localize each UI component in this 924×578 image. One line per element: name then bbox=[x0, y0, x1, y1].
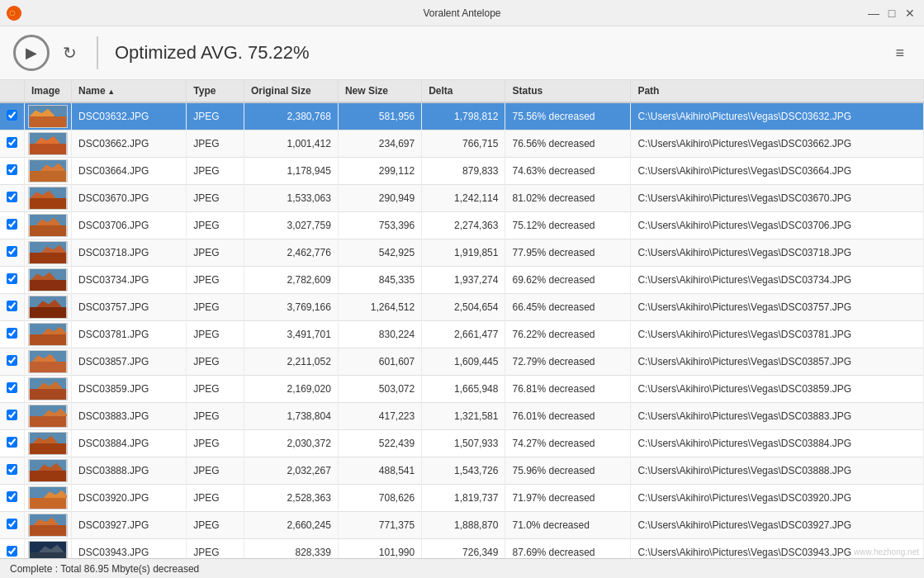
row-checkbox[interactable] bbox=[7, 110, 17, 121]
row-new-size: 753,396 bbox=[338, 212, 421, 239]
row-checkbox[interactable] bbox=[7, 246, 17, 257]
header-path[interactable]: Path bbox=[631, 80, 924, 102]
table-row[interactable]: DSC03706.JPGJPEG3,027,759753,3962,274,36… bbox=[0, 212, 924, 239]
row-filename: DSC03718.JPG bbox=[72, 239, 187, 267]
close-button[interactable]: ✕ bbox=[903, 6, 917, 21]
row-delta: 1,937,274 bbox=[422, 267, 505, 294]
row-checkbox[interactable] bbox=[7, 355, 17, 366]
row-checkbox-cell[interactable] bbox=[0, 321, 25, 348]
row-checkbox-cell[interactable] bbox=[0, 539, 25, 559]
row-checkbox-cell[interactable] bbox=[0, 485, 25, 512]
row-checkbox-cell[interactable] bbox=[0, 430, 25, 457]
row-checkbox[interactable] bbox=[7, 410, 17, 420]
row-checkbox[interactable] bbox=[7, 137, 17, 148]
table-row[interactable]: DSC03927.JPGJPEG2,660,245771,3751,888,87… bbox=[0, 512, 924, 539]
table-row[interactable]: DSC03718.JPGJPEG2,462,776542,9251,919,85… bbox=[0, 239, 924, 267]
thumbnail-image bbox=[28, 323, 68, 346]
table-row[interactable]: DSC03670.JPGJPEG1,533,063290,9491,242,11… bbox=[0, 185, 924, 212]
row-filename: DSC03943.JPG bbox=[72, 539, 187, 559]
row-checkbox-cell[interactable] bbox=[0, 457, 25, 485]
svg-rect-12 bbox=[30, 198, 67, 209]
row-original-size: 3,769,166 bbox=[244, 294, 338, 321]
table-row[interactable]: DSC03857.JPGJPEG2,211,052601,6071,609,44… bbox=[0, 348, 924, 376]
row-new-size: 522,439 bbox=[338, 430, 421, 457]
thumbnail-image bbox=[28, 241, 68, 264]
header-original-size[interactable]: Original Size bbox=[244, 80, 338, 102]
row-checkbox-cell[interactable] bbox=[0, 212, 25, 239]
row-type: JPEG bbox=[187, 376, 244, 403]
row-checkbox-cell[interactable] bbox=[0, 239, 25, 267]
table-row[interactable]: DSC03920.JPGJPEG2,528,363708,6261,819,73… bbox=[0, 485, 924, 512]
header-type[interactable]: Type bbox=[187, 80, 244, 102]
row-filename: DSC03927.JPG bbox=[72, 512, 187, 539]
refresh-button[interactable]: ↻ bbox=[59, 40, 80, 66]
table-row[interactable]: DSC03664.JPGJPEG1,178,945299,112879,8337… bbox=[0, 158, 924, 185]
table-row[interactable]: DSC03632.JPGJPEG2,380,768581,9561,798,81… bbox=[0, 102, 924, 130]
row-delta: 1,507,933 bbox=[422, 430, 505, 457]
table-container: Image Name Type Original Size New Size D… bbox=[0, 80, 924, 558]
row-checkbox[interactable] bbox=[7, 546, 17, 557]
row-type: JPEG bbox=[187, 348, 244, 376]
table-row[interactable]: DSC03888.JPGJPEG2,032,267488,5411,543,72… bbox=[0, 457, 924, 485]
row-checkbox-cell[interactable] bbox=[0, 348, 25, 376]
row-checkbox-cell[interactable] bbox=[0, 376, 25, 403]
row-checkbox[interactable] bbox=[7, 519, 17, 529]
row-checkbox-cell[interactable] bbox=[0, 294, 25, 321]
table-row[interactable]: DSC03884.JPGJPEG2,030,372522,4391,507,93… bbox=[0, 430, 924, 457]
play-button[interactable]: ▶ bbox=[13, 35, 50, 71]
row-checkbox-cell[interactable] bbox=[0, 130, 25, 158]
row-original-size: 2,030,372 bbox=[244, 430, 338, 457]
row-checkbox-cell[interactable] bbox=[0, 185, 25, 212]
row-checkbox[interactable] bbox=[7, 219, 17, 230]
row-original-size: 2,032,267 bbox=[244, 457, 338, 485]
table-row[interactable]: DSC03781.JPGJPEG3,491,701830,2242,661,47… bbox=[0, 321, 924, 348]
svg-rect-39 bbox=[30, 443, 67, 454]
table-row[interactable]: DSC03883.JPGJPEG1,738,804417,2231,321,58… bbox=[0, 403, 924, 430]
thumbnail-image bbox=[28, 486, 68, 509]
row-new-size: 290,949 bbox=[338, 185, 421, 212]
maximize-button[interactable]: □ bbox=[884, 6, 899, 21]
table-row[interactable]: DSC03943.JPGJPEG828,339101,990726,34987.… bbox=[0, 539, 924, 559]
row-filename: DSC03859.JPG bbox=[72, 376, 187, 403]
row-original-size: 2,660,245 bbox=[244, 512, 338, 539]
row-checkbox[interactable] bbox=[7, 192, 17, 202]
table-row[interactable]: DSC03734.JPGJPEG2,782,609845,3351,937,27… bbox=[0, 267, 924, 294]
row-checkbox[interactable] bbox=[7, 301, 17, 311]
table-row[interactable]: DSC03859.JPGJPEG2,169,020503,0721,665,94… bbox=[0, 376, 924, 403]
row-checkbox[interactable] bbox=[7, 382, 17, 393]
row-thumbnail-cell bbox=[25, 185, 72, 212]
app-logo bbox=[7, 6, 21, 21]
row-delta: 2,504,654 bbox=[422, 294, 505, 321]
header-delta[interactable]: Delta bbox=[422, 80, 505, 102]
row-checkbox[interactable] bbox=[7, 437, 17, 448]
row-checkbox[interactable] bbox=[7, 491, 17, 502]
window-title: Voralent Antelope bbox=[423, 7, 500, 19]
row-status: 76.56% decreased bbox=[505, 130, 631, 158]
header-new-size[interactable]: New Size bbox=[338, 80, 421, 102]
header-status[interactable]: Status bbox=[505, 80, 631, 102]
row-original-size: 2,169,020 bbox=[244, 376, 338, 403]
row-checkbox[interactable] bbox=[7, 464, 17, 475]
row-checkbox-cell[interactable] bbox=[0, 512, 25, 539]
row-thumbnail-cell bbox=[25, 102, 72, 130]
row-new-size: 771,375 bbox=[338, 512, 421, 539]
row-new-size: 1,264,512 bbox=[338, 294, 421, 321]
row-delta: 1,798,812 bbox=[422, 102, 505, 130]
row-filename: DSC03857.JPG bbox=[72, 348, 187, 376]
row-checkbox[interactable] bbox=[7, 273, 17, 284]
row-path: C:\Users\Akihiro\Pictures\Vegas\DSC03943… bbox=[631, 539, 924, 559]
table-row[interactable]: DSC03662.JPGJPEG1,001,412234,697766,7157… bbox=[0, 130, 924, 158]
row-checkbox-cell[interactable] bbox=[0, 102, 25, 130]
thumbnail-image bbox=[28, 187, 68, 210]
row-checkbox-cell[interactable] bbox=[0, 158, 25, 185]
row-checkbox[interactable] bbox=[7, 328, 17, 339]
row-checkbox[interactable] bbox=[7, 164, 17, 175]
row-checkbox-cell[interactable] bbox=[0, 403, 25, 430]
header-name[interactable]: Name bbox=[72, 80, 187, 102]
row-checkbox-cell[interactable] bbox=[0, 267, 25, 294]
row-original-size: 2,211,052 bbox=[244, 348, 338, 376]
thumbnail-image bbox=[28, 377, 68, 400]
menu-button[interactable]: ≡ bbox=[888, 42, 911, 64]
table-row[interactable]: DSC03757.JPGJPEG3,769,1661,264,5122,504,… bbox=[0, 294, 924, 321]
minimize-button[interactable]: — bbox=[866, 6, 881, 21]
